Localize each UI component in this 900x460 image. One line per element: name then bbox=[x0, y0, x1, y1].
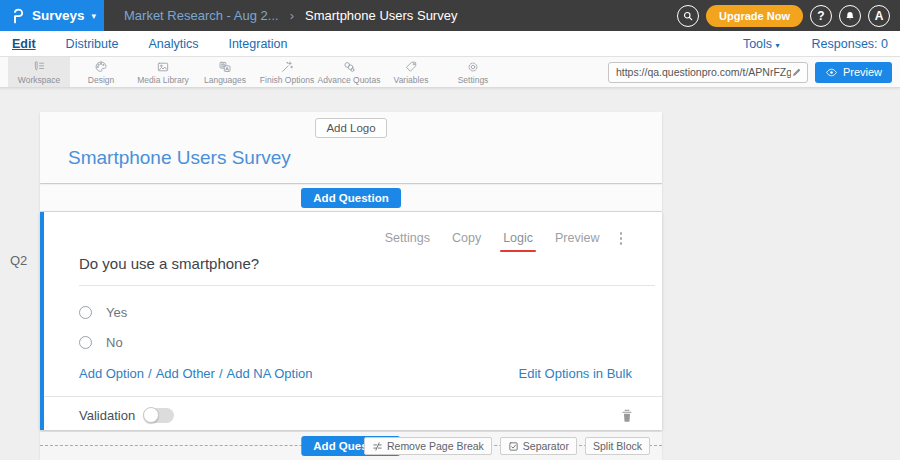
delete-question-button[interactable] bbox=[620, 408, 634, 424]
remove-page-break-button[interactable]: Remove Page Break bbox=[364, 437, 492, 455]
avatar-initial: A bbox=[875, 9, 884, 23]
toolbar-item-advance-quotas[interactable]: Advance Quotas bbox=[318, 57, 380, 87]
add-option-link[interactable]: Add Option bbox=[79, 366, 144, 381]
gear-icon bbox=[466, 60, 480, 74]
topbar: Surveys ▾ Market Research - Aug 2... › S… bbox=[0, 0, 900, 31]
survey-nav-right: Tools ▾ Responses: 0 bbox=[743, 37, 888, 51]
option-label[interactable]: Yes bbox=[106, 305, 127, 320]
toolbar-item-design[interactable]: Design bbox=[70, 57, 132, 87]
questionpro-logo-icon bbox=[10, 7, 25, 24]
tools-menu[interactable]: Tools ▾ bbox=[743, 37, 780, 51]
checkbox-checked-icon bbox=[508, 441, 519, 452]
preview-button[interactable]: Preview bbox=[815, 62, 892, 83]
translate-icon bbox=[218, 60, 232, 74]
question-tab-logic[interactable]: Logic bbox=[503, 231, 533, 245]
question-more-menu-icon[interactable] bbox=[618, 230, 625, 247]
tab-integration[interactable]: Integration bbox=[228, 37, 287, 51]
answer-option-row: No bbox=[79, 333, 662, 353]
toolbar-item-workspace[interactable]: Workspace bbox=[8, 57, 70, 87]
toolbar-item-label: Workspace bbox=[18, 75, 60, 85]
avatar[interactable]: A bbox=[868, 5, 890, 27]
image-icon bbox=[156, 60, 170, 74]
magic-wand-icon bbox=[280, 60, 294, 74]
search-icon bbox=[682, 10, 694, 22]
help-button[interactable]: ? bbox=[810, 5, 832, 27]
toolbar-item-finish-options[interactable]: Finish Options bbox=[256, 57, 318, 87]
survey-canvas: Q2 Add Logo Smartphone Users Survey Add … bbox=[0, 88, 900, 460]
page-break-actions: Remove Page Break Separator Split Block bbox=[364, 437, 650, 455]
toolbar-right: Preview bbox=[608, 57, 900, 87]
add-na-option-link[interactable]: Add NA Option bbox=[227, 366, 313, 381]
app-root: Surveys ▾ Market Research - Aug 2... › S… bbox=[0, 0, 900, 460]
split-block-button[interactable]: Split Block bbox=[585, 437, 650, 455]
trash-icon bbox=[620, 408, 634, 424]
upgrade-button[interactable]: Upgrade Now bbox=[706, 5, 803, 27]
toolbar-item-label: Settings bbox=[458, 75, 489, 85]
breadcrumb-chevron-icon: › bbox=[290, 8, 294, 23]
survey-column: Add Logo Smartphone Users Survey Add Que… bbox=[40, 112, 662, 460]
toolbar-item-label: Languages bbox=[204, 75, 246, 85]
survey-title[interactable]: Smartphone Users Survey bbox=[68, 147, 662, 169]
chain-links-icon bbox=[342, 60, 356, 74]
remove-page-break-label: Remove Page Break bbox=[387, 440, 484, 452]
toggle-knob bbox=[143, 407, 159, 423]
option-label[interactable]: No bbox=[106, 335, 123, 350]
toolbar-item-variables[interactable]: Variables bbox=[380, 57, 442, 87]
validation-toggle[interactable] bbox=[144, 408, 174, 423]
toolbar-item-label: Advance Quotas bbox=[318, 75, 381, 85]
separator-label: Separator bbox=[523, 440, 569, 452]
breadcrumb-parent[interactable]: Market Research - Aug 2... bbox=[124, 8, 279, 23]
notifications-button[interactable] bbox=[839, 5, 861, 27]
product-menu-label: Surveys bbox=[32, 8, 85, 23]
bell-icon bbox=[844, 10, 856, 22]
product-switcher[interactable]: Surveys ▾ bbox=[0, 0, 104, 31]
question-mark-icon: ? bbox=[817, 9, 824, 23]
breadcrumb: Market Research - Aug 2... › Smartphone … bbox=[124, 8, 457, 23]
add-question-row-top: Add Question bbox=[40, 183, 662, 211]
toolbar-item-media-library[interactable]: Media Library bbox=[132, 57, 194, 87]
survey-header-card: Add Logo Smartphone Users Survey bbox=[40, 112, 662, 183]
question-tab-settings[interactable]: Settings bbox=[385, 231, 430, 245]
add-logo-button[interactable]: Add Logo bbox=[315, 118, 386, 138]
survey-nav-links: Edit Distribute Analytics Integration bbox=[12, 37, 288, 51]
split-block-label: Split Block bbox=[593, 440, 642, 452]
eye-icon bbox=[825, 66, 838, 79]
question-card: Settings Copy Logic Preview Do you use a… bbox=[40, 212, 662, 430]
toolbar-item-label: Finish Options bbox=[260, 75, 314, 85]
question-footer-row: Validation bbox=[44, 396, 662, 435]
editor-toolbar: Workspace Design Media Library bbox=[0, 57, 900, 88]
survey-url-box bbox=[608, 62, 808, 83]
question-tab-copy[interactable]: Copy bbox=[452, 231, 481, 245]
survey-url-input[interactable] bbox=[616, 66, 791, 78]
toolbar-item-languages[interactable]: Languages bbox=[194, 57, 256, 87]
option-actions-row: Add Option / Add Other / Add NA Option E… bbox=[79, 366, 632, 381]
radio-option-yes[interactable] bbox=[79, 306, 92, 319]
tab-edit[interactable]: Edit bbox=[12, 37, 36, 51]
page-break-strip: Add Question Remove Page Break bbox=[40, 432, 662, 460]
separator-button[interactable]: Separator bbox=[500, 437, 577, 455]
toolbar-item-label: Design bbox=[88, 75, 114, 85]
edit-pencil-icon[interactable] bbox=[791, 67, 802, 78]
link-separator: / bbox=[148, 366, 152, 381]
workspace-icon bbox=[32, 60, 46, 74]
tab-analytics[interactable]: Analytics bbox=[148, 37, 198, 51]
answer-option-row: Yes bbox=[79, 303, 662, 323]
responses-count[interactable]: Responses: 0 bbox=[812, 37, 888, 51]
question-text[interactable]: Do you use a smartphone? bbox=[79, 255, 655, 286]
toolbar-item-settings[interactable]: Settings bbox=[442, 57, 504, 87]
palette-icon bbox=[94, 60, 108, 74]
preview-button-label: Preview bbox=[843, 66, 882, 78]
tag-icon bbox=[404, 60, 418, 74]
add-question-button-top[interactable]: Add Question bbox=[301, 188, 400, 208]
tab-distribute[interactable]: Distribute bbox=[66, 37, 119, 51]
question-tabs: Settings Copy Logic Preview bbox=[44, 212, 662, 247]
toolbar-item-label: Variables bbox=[394, 75, 429, 85]
question-tab-preview[interactable]: Preview bbox=[555, 231, 599, 245]
question-number: Q2 bbox=[10, 253, 27, 268]
add-other-link[interactable]: Add Other bbox=[156, 366, 215, 381]
radio-option-no[interactable] bbox=[79, 336, 92, 349]
toolbar-item-label: Media Library bbox=[137, 75, 189, 85]
search-button[interactable] bbox=[677, 5, 699, 27]
edit-options-in-bulk-link[interactable]: Edit Options in Bulk bbox=[519, 366, 632, 381]
caret-down-icon: ▾ bbox=[92, 11, 97, 21]
